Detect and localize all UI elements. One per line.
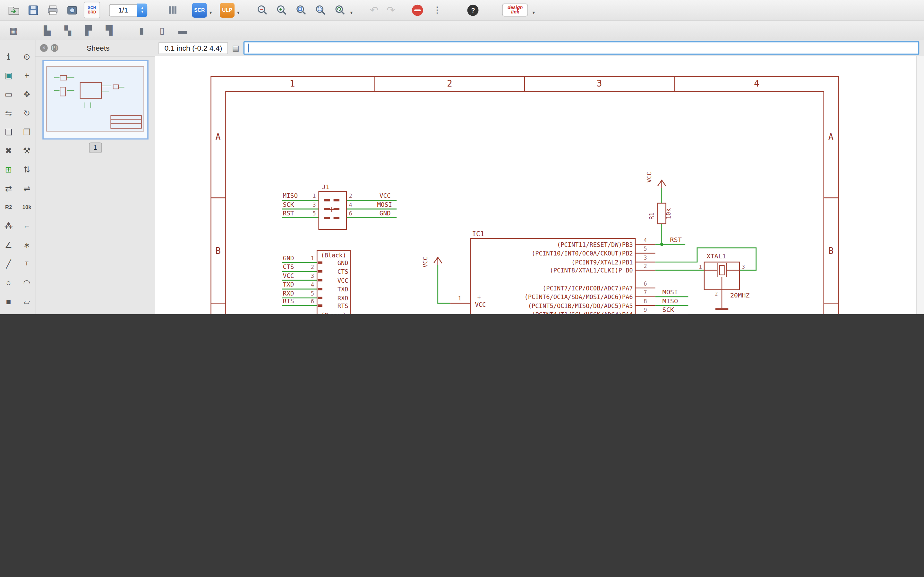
command-history-icon[interactable]: ▤ (232, 44, 240, 53)
help-button[interactable]: ? (467, 5, 479, 16)
smash-tool[interactable]: ⁂ (1, 219, 16, 233)
frame-col-label: 2 (447, 78, 452, 89)
grid-table-icon[interactable]: ▦ (7, 25, 20, 35)
frame-col-label: 1 (290, 78, 295, 89)
pin-number: 5 (312, 210, 316, 217)
info-tool[interactable]: ℹ (1, 49, 16, 63)
supply-vcc-ic1[interactable]: VCC (422, 256, 442, 268)
pin-number: 4 (310, 282, 314, 288)
display-layers-tool[interactable]: ▣ (1, 68, 16, 82)
component-j1[interactable]: J1 MISO SCK RST 1 3 5 2 4 6 VCC MOSI GND (283, 183, 392, 230)
stop-icon[interactable] (412, 5, 423, 16)
split-tool[interactable]: ∠ (1, 238, 16, 252)
component-ftdi-header[interactable]: (Black) (Green) GND CTS VCC TXD RXD RTS … (283, 250, 351, 314)
print-icon[interactable] (45, 2, 60, 18)
sch-brd-switch-icon[interactable]: SCH BRD (84, 2, 100, 18)
gateswap-tool[interactable]: ⇄ (1, 181, 16, 195)
zoom-out-icon[interactable] (254, 2, 270, 18)
zoom-in-icon[interactable] (274, 2, 289, 18)
zoom-select-icon[interactable] (313, 2, 328, 18)
pin-name: RTS (338, 303, 349, 309)
copy-tool[interactable]: ❑ (1, 125, 16, 139)
panel-toggle-3-icon[interactable]: ▬ (176, 25, 189, 35)
frame-col-label: 3 (597, 78, 602, 89)
scr-dropdown-icon[interactable]: ▼ (208, 10, 213, 15)
drawing-frame: 1 2 3 4 1 2 3 4 A B C D A B C D (209, 77, 838, 314)
net-label: MISO (283, 192, 298, 199)
sheet-thumbnail[interactable] (43, 61, 147, 139)
vertical-scrollbar[interactable] (916, 56, 924, 314)
zoom-redraw-icon[interactable] (333, 2, 348, 18)
pin-name: (PCINT10/INT0/OC0A/CKOUT)PB2 (531, 250, 633, 257)
add-part-tool[interactable]: ⊞ (1, 163, 16, 177)
run-script-button[interactable]: SCR (192, 3, 207, 17)
mirror-tool[interactable]: ⇋ (1, 106, 16, 120)
close-panel-icon[interactable]: × (40, 44, 48, 52)
component-r1[interactable]: R1 10k VCC (646, 172, 672, 224)
net-label: GND (283, 255, 294, 262)
paste-tool[interactable]: ❒ (19, 125, 35, 139)
rotate-tool[interactable]: ↻ (19, 106, 35, 120)
panel-toggle-1-icon[interactable]: ▮ (135, 25, 148, 35)
miter-tool[interactable]: ⌐ (19, 219, 35, 233)
change-tool[interactable]: ⚒ (19, 143, 35, 158)
value-tool[interactable]: 10k (19, 200, 35, 214)
ref-designator: J1 (322, 183, 330, 191)
display-pair-1-icon[interactable]: ▙ (41, 25, 53, 35)
frame-row-label: B (828, 245, 834, 256)
circle-tool[interactable]: ○ (1, 276, 16, 290)
design-link-button[interactable]: design link (502, 3, 528, 16)
display-pair-3-icon[interactable]: ▛ (82, 25, 95, 35)
design-link-dropdown-icon[interactable]: ▼ (531, 10, 536, 15)
wire-tool[interactable]: ╱ (1, 257, 16, 271)
pin-number: 2 (349, 193, 352, 199)
sheet-selector[interactable]: 1/1 ▲▼ (109, 3, 147, 17)
vcc-label: VCC (646, 172, 653, 183)
component-xtal1[interactable]: XTAL1 20MHZ 1 3 2 GND (699, 252, 750, 314)
name-tool[interactable]: R2 (1, 200, 16, 214)
pin-number: 2 (310, 264, 314, 270)
group-tool[interactable]: ▭ (1, 87, 16, 101)
arc-tool[interactable]: ◠ (19, 276, 35, 290)
frame-row-label: B (215, 245, 221, 256)
invoke-tool[interactable]: ∗ (19, 238, 35, 252)
text-tool[interactable]: T (19, 257, 35, 271)
replace-tool[interactable]: ⇌ (19, 181, 35, 195)
move-tool[interactable]: ✥ (19, 87, 35, 101)
sheet-stepper-icon[interactable]: ▲▼ (137, 3, 147, 17)
zoom-fit-icon[interactable] (293, 2, 309, 18)
ulp-dropdown-icon[interactable]: ▼ (236, 10, 240, 15)
wire-color-note: (Black) (321, 252, 346, 259)
mark-tool[interactable]: + (19, 68, 35, 82)
grid-icon[interactable] (165, 2, 180, 18)
detach-panel-icon[interactable]: ◳ (51, 44, 58, 52)
cam-processor-icon[interactable] (64, 2, 79, 18)
undo-icon[interactable]: ↶ (370, 4, 378, 16)
component-ic1[interactable]: IC1 ATTINY44-SSU + VCC GND 1 14 (PCINT11… (450, 230, 682, 314)
redo-icon[interactable]: ↷ (387, 4, 395, 16)
net-tool[interactable]: ∟ (19, 313, 35, 314)
save-icon[interactable] (25, 2, 41, 18)
pin-number: 3 (742, 264, 745, 270)
rect-tool[interactable]: ■ (1, 294, 16, 308)
command-input[interactable] (245, 42, 918, 53)
open-icon[interactable] (6, 2, 21, 18)
pin-name: CTS (338, 268, 349, 275)
pinswap-tool[interactable]: ⇅ (19, 163, 35, 177)
bus-tool[interactable]: ∟ (1, 313, 16, 314)
display-pair-4-icon[interactable]: ▜ (103, 25, 115, 35)
panel-toggle-2-icon[interactable]: ▯ (156, 25, 168, 35)
net-label: CTS (283, 263, 294, 271)
polygon-tool[interactable]: ▱ (19, 294, 35, 308)
show-tool[interactable]: ⊙ (19, 49, 35, 63)
schematic-canvas[interactable]: 1 2 3 4 1 2 3 4 A B C D A B C D (155, 56, 917, 314)
display-pair-2-icon[interactable]: ▚ (61, 25, 74, 35)
text-caret (248, 44, 249, 53)
delete-tool[interactable]: ✖ (1, 143, 16, 158)
run-ulp-button[interactable]: ULP (220, 3, 234, 17)
coordinate-display: 0.1 inch (-0.2 4.4) (158, 42, 228, 54)
sheets-panel-header: × ◳ Sheets (35, 40, 155, 56)
overflow-menu-icon[interactable]: ⋮ (433, 5, 442, 15)
sheet-tab-1[interactable]: 1 (89, 142, 102, 153)
zoom-dropdown-icon[interactable]: ▼ (349, 10, 354, 15)
